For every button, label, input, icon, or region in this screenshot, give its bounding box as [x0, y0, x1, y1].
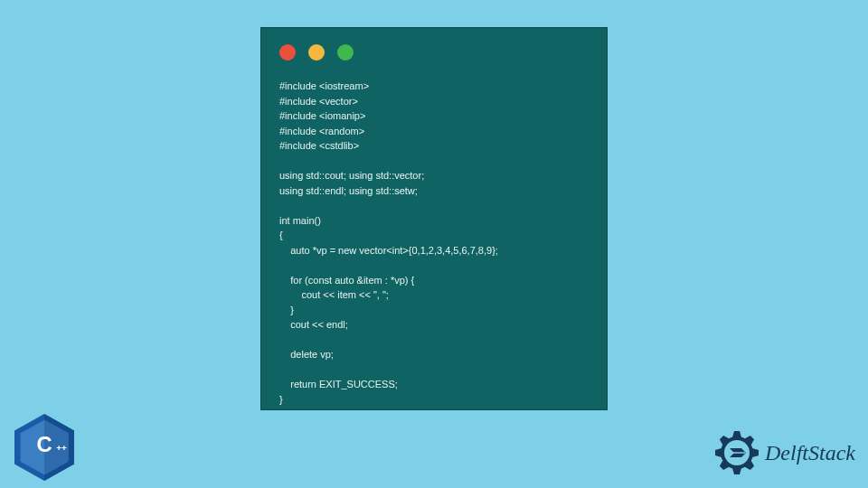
svg-marker-10 — [732, 468, 741, 474]
code-window: #include <iostream> #include <vector> #i… — [260, 27, 608, 410]
gear-icon — [714, 430, 760, 475]
cpp-logo-icon: C ++ — [14, 414, 74, 481]
close-icon — [279, 44, 296, 61]
minimize-icon — [308, 44, 325, 61]
maximize-icon — [337, 44, 354, 61]
delftstack-text: DelftStack — [765, 441, 855, 465]
code-body: #include <iostream> #include <vector> #i… — [261, 70, 607, 425]
svg-text:C: C — [36, 432, 52, 456]
svg-marker-8 — [752, 448, 759, 457]
svg-marker-12 — [715, 448, 722, 457]
traffic-lights — [261, 28, 607, 70]
svg-text:++: ++ — [56, 443, 67, 453]
delftstack-logo: DelftStack — [714, 430, 855, 475]
svg-marker-6 — [732, 431, 741, 437]
